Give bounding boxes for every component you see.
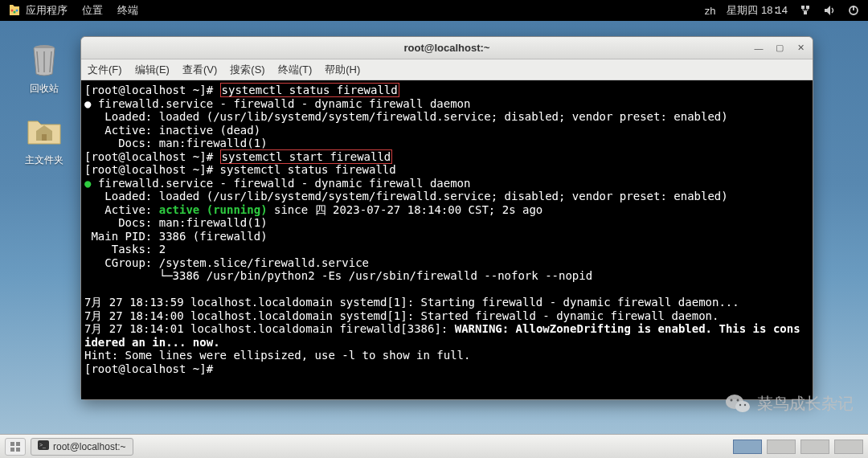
menu-search[interactable]: 搜索(S)	[230, 63, 264, 77]
log-line-3c: idered an in... now.	[84, 336, 220, 349]
log-line-3a: 7月 27 18:14:01 localhost.localdomain fir…	[84, 322, 455, 335]
watermark-text: 菜鸟成长杂记	[757, 393, 854, 415]
power-icon[interactable]	[847, 4, 860, 17]
menu-terminal[interactable]: 终端(T)	[278, 63, 313, 77]
home-label: 主文件夹	[25, 153, 63, 167]
cmd-box-1: systemctl status firewalld	[220, 83, 399, 97]
svg-point-11	[735, 401, 750, 412]
prompt: [root@localhost ~]#	[84, 163, 220, 176]
wechat-icon	[723, 389, 752, 418]
topbar-terminal[interactable]: 终端	[117, 3, 138, 18]
svg-rect-16	[10, 442, 14, 446]
prompt: [root@localhost ~]#	[84, 150, 220, 163]
cgroup-line: CGroup: /system.slice/firewalld.service	[84, 256, 369, 269]
top-panel: 应用程序 位置 终端 zh 星期四 18∶14	[0, 0, 868, 21]
log-line-3b: WARNING: AllowZoneDrifting is enabled. T…	[455, 322, 800, 335]
tasks-line: Tasks: 2	[84, 243, 166, 256]
hint-line: Hint: Some lines were ellipsized, use -l…	[84, 349, 470, 362]
mainpid-line: Main PID: 3386 (firewalld)	[84, 230, 268, 243]
workspace-4[interactable]	[834, 440, 863, 454]
window-title: root@localhost:~	[404, 42, 490, 54]
close-button[interactable]: ✕	[793, 42, 808, 55]
svg-rect-4	[806, 6, 809, 9]
title-bar[interactable]: root@localhost:~ — ▢ ✕	[81, 37, 813, 59]
menu-view[interactable]: 查看(V)	[182, 63, 217, 77]
log-line-1: 7月 27 18:13:59 localhost.localdomain sys…	[84, 296, 739, 309]
trash-icon[interactable]: 回收站	[16, 40, 72, 96]
svg-point-0	[11, 10, 14, 12]
svg-point-1	[14, 11, 16, 14]
svg-rect-3	[801, 6, 805, 9]
loaded-line-2: Loaded: loaded (/usr/lib/systemd/system/…	[84, 190, 728, 202]
svg-rect-18	[10, 448, 14, 452]
svg-point-14	[739, 404, 741, 406]
folder-image	[25, 112, 63, 150]
svg-rect-19	[16, 448, 20, 452]
workspace-switcher[interactable]	[733, 440, 863, 454]
prompt: [root@localhost ~]#	[84, 84, 220, 96]
cmd-box-2: systemctl start firewalld	[220, 149, 393, 164]
docs-line: Docs: man:firewalld(1)	[84, 137, 268, 149]
task-bar: >_ root@localhost:~	[0, 434, 868, 458]
svg-point-2	[16, 10, 18, 12]
active-dead-line: Active: inactive (dead)	[84, 124, 260, 137]
taskbar-item-label: root@localhost:~	[53, 441, 126, 452]
loaded-line: Loaded: loaded (/usr/lib/systemd/system/…	[84, 110, 728, 123]
terminal-icon: >_	[38, 440, 49, 452]
service-line-2: firewalld.service - firewalld - dynamic …	[98, 177, 471, 190]
volume-icon[interactable]	[823, 4, 836, 17]
trash-image	[25, 40, 63, 79]
active-post: since 四 2023-07-27 18:14:00 CST; 2s ago	[268, 203, 543, 216]
menu-file[interactable]: 文件(F)	[88, 63, 122, 77]
clock[interactable]: 星期四 18∶14	[727, 3, 788, 18]
log-line-2: 7月 27 18:14:00 localhost.localdomain sys…	[84, 309, 719, 322]
cmd-3: systemctl status firewalld	[220, 163, 396, 176]
status-bullet-running: ●	[84, 177, 91, 190]
svg-text:>_: >_	[39, 442, 46, 448]
active-pre: Active:	[84, 203, 159, 216]
input-lang[interactable]: zh	[705, 5, 716, 17]
taskbar-item-terminal[interactable]: >_ root@localhost:~	[31, 438, 133, 456]
menu-edit[interactable]: 编辑(E)	[135, 63, 170, 77]
status-bullet-dead: ●	[84, 97, 91, 110]
trash-label: 回收站	[30, 82, 59, 96]
terminal-body[interactable]: [root@localhost ~]# systemctl status fir…	[81, 80, 813, 399]
svg-point-15	[744, 404, 746, 406]
menu-help[interactable]: 帮助(H)	[325, 63, 360, 77]
menu-bar: 文件(F) 编辑(E) 查看(V) 搜索(S) 终端(T) 帮助(H)	[81, 59, 813, 80]
active-running: active (running)	[159, 203, 268, 216]
network-icon[interactable]	[799, 4, 812, 17]
topbar-places[interactable]: 位置	[82, 3, 103, 18]
minimize-button[interactable]: —	[751, 42, 766, 55]
docs-line-2: Docs: man:firewalld(1)	[84, 216, 268, 229]
svg-rect-9	[42, 134, 47, 141]
service-line: firewalld.service - firewalld - dynamic …	[98, 97, 471, 110]
workspace-3[interactable]	[800, 440, 829, 454]
workspace-2[interactable]	[767, 440, 796, 454]
topbar-apps[interactable]: 应用程序	[26, 3, 68, 18]
svg-point-12	[731, 399, 733, 402]
show-desktop-button[interactable]	[5, 438, 26, 456]
home-folder-icon[interactable]: 主文件夹	[16, 112, 72, 167]
prompt: [root@localhost ~]#	[84, 362, 220, 375]
places-icon	[8, 4, 21, 17]
watermark: 菜鸟成长杂记	[723, 389, 854, 418]
cgroup-line-2: └─3386 /usr/bin/python2 -Es /usr/sbin/fi…	[84, 269, 592, 282]
svg-rect-17	[16, 442, 20, 446]
svg-point-13	[737, 399, 739, 402]
maximize-button[interactable]: ▢	[772, 42, 787, 55]
workspace-1[interactable]	[733, 440, 762, 454]
terminal-window: root@localhost:~ — ▢ ✕ 文件(F) 编辑(E) 查看(V)…	[80, 36, 813, 400]
